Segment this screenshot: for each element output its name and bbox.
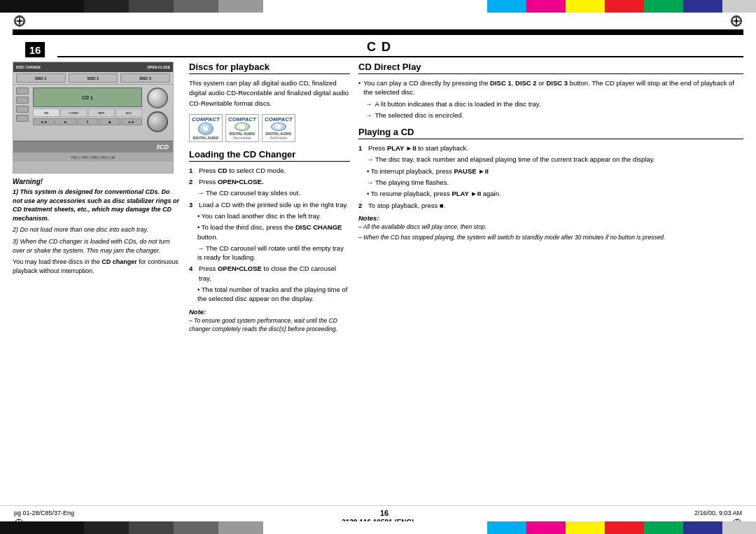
reg-marks-row (0, 13, 756, 29)
loading-note-text: – To ensure good system performance, wai… (189, 317, 350, 334)
loading-steps: 1 Press CD to select CD mode. 2 Press OP… (189, 166, 350, 304)
cd-logo-recordable: COMPACT DIGITAL AUDIO Recordable (225, 114, 259, 142)
play-step-1-arrow: → The disc tray, track number and elapse… (358, 155, 743, 164)
warning-item-2: 2) Do not load more than one disc into e… (13, 225, 181, 234)
top-black-bar (13, 29, 743, 35)
warning-item-1: 1) This system is designed for conventio… (13, 188, 181, 223)
step-4-bullet: • The total number of tracks and the pla… (189, 285, 350, 304)
step-3: 3 Load a CD with the printed side up in … (189, 200, 350, 209)
volume-knob (147, 87, 168, 108)
footer-left: pg 01-28/C85/37-Eng (14, 510, 74, 517)
open-close-label: OPEN·CLOSE (147, 65, 170, 69)
cd-logo-rewritable: COMPACT DIGITAL AUDIO ReWritable (262, 114, 295, 142)
play-step-2: 2 To stop playback, press ■. (358, 201, 743, 210)
warning-item-3: 3) When the CD changer is loaded with CD… (13, 237, 181, 255)
footer-right: 2/16/00, 9:03 AM (694, 510, 742, 517)
disc3-slot: DISC 3 (120, 73, 170, 83)
step-2-arrow: → The CD carousel tray slides out. (189, 188, 350, 197)
reg-mark-left (14, 15, 25, 27)
playing-note-2: – When the CD has stopped playing, the s… (358, 234, 743, 242)
tuning-knob (147, 111, 168, 132)
loading-note-title: Note: (189, 308, 350, 316)
discs-section-body: This system can play all digital audio C… (189, 78, 350, 108)
playing-steps: 1 Press PLAY ►II to start playback. → Th… (358, 143, 743, 210)
discs-section-title: Discs for playback (189, 62, 350, 74)
page-title: CD (62, 40, 743, 55)
device-image: DISC CHANGE OPEN·CLOSE DISC 1 DISC 2 DIS… (13, 62, 174, 174)
step-3-bullet2: • To load the third disc, press the DISC… (189, 223, 350, 241)
loading-section-title: Loading the CD Changer (189, 149, 350, 162)
discs-for-playback-section: Discs for playback This system can play … (189, 62, 350, 142)
main-content: DISC CHANGE OPEN·CLOSE DISC 1 DISC 2 DIS… (13, 62, 743, 333)
play-step-flash: → The playing time flashes. (358, 178, 743, 187)
warning-box: Warning! 1) This system is designed for … (13, 178, 181, 275)
bottom-color-bar (0, 521, 756, 534)
middle-column: Discs for playback This system can play … (189, 62, 350, 333)
step-3-arrow: → The CD carousel will rotate until the … (189, 244, 350, 262)
loading-note: Note: – To ensure good system performanc… (189, 308, 350, 334)
device-logo: 3CD (156, 143, 169, 150)
step-1: 1 Press CD to select CD mode. (189, 166, 350, 175)
playing-notes-title: Notes: (358, 214, 743, 222)
left-column: DISC CHANGE OPEN·CLOSE DISC 1 DISC 2 DIS… (13, 62, 181, 333)
step-4: 4 Press OPEN•CLOSE to close the CD carou… (189, 264, 350, 283)
playing-cd-title: Playing a CD (358, 127, 743, 139)
warning-title: Warning! (13, 178, 181, 185)
page-badge: 16 (25, 42, 45, 57)
cd-logos-row: COMPACT DIGITAL AUDIO COMPACT DIGITAL AU… (189, 114, 350, 142)
play-step-1: 1 Press PLAY ►II to start playback. (358, 143, 743, 153)
playing-notes: Notes: – All the available discs will pl… (358, 214, 743, 242)
footer-center: 16 (380, 509, 388, 517)
play-step-resume: • To resume playback, press PLAY ►II aga… (358, 189, 743, 198)
disc2-slot: DISC 2 (69, 73, 118, 83)
cd-direct-play-section: CD Direct Play • You can play a CD direc… (358, 62, 743, 120)
step-2: 2 Press OPEN•CLOSE. (189, 177, 350, 186)
disc-change-label: DISC CHANGE (16, 65, 41, 69)
playing-cd-section: Playing a CD 1 Press PLAY ►II to start p… (358, 127, 743, 242)
footer: pg 01-28/C85/37-Eng 16 2/16/00, 9:03 AM (0, 505, 756, 517)
right-column: CD Direct Play • You can play a CD direc… (358, 62, 743, 333)
loading-cd-section: Loading the CD Changer 1 Press CD to sel… (189, 149, 350, 334)
cd-direct-play-title: CD Direct Play (358, 62, 743, 74)
cd-direct-play-arrow1: → A lit button indicates that a disc is … (358, 99, 743, 108)
step-3-bullet1: • You can load another disc in the left … (189, 211, 350, 220)
play-step-interrupt: • To interrupt playback, press PAUSE ►II (358, 167, 743, 176)
playing-note-1: – All the available discs will play once… (358, 223, 743, 232)
top-color-bar (0, 0, 756, 13)
disc1-slot: DISC 1 (16, 73, 66, 83)
cd-direct-play-arrow2: → The selected disc is encircled. (358, 111, 743, 120)
warning-extra: You may load three discs in the CD chang… (13, 258, 181, 275)
cd-direct-play-bullet1: • You can play a CD directly by pressing… (358, 78, 743, 97)
cd-logo-standard: COMPACT DIGITAL AUDIO (189, 114, 223, 142)
reg-mark-right (731, 15, 742, 27)
